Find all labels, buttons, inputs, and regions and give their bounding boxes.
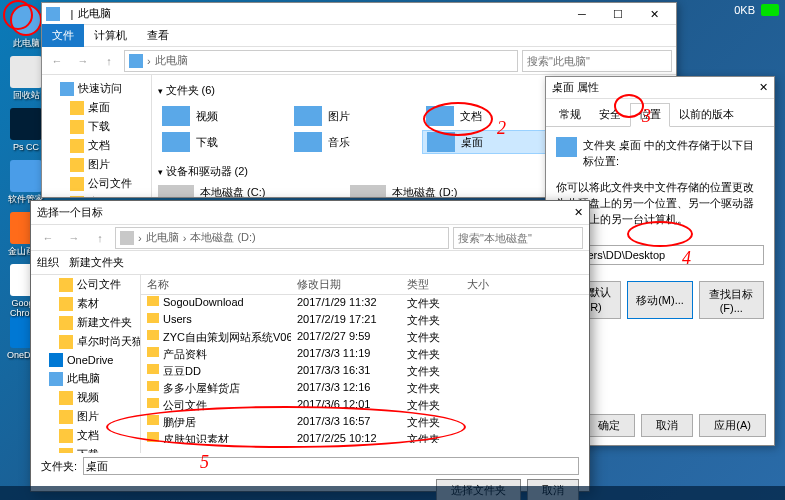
col-name[interactable]: 名称 — [141, 275, 291, 294]
up-button[interactable]: ↑ — [98, 50, 120, 72]
apply-button[interactable]: 应用(A) — [699, 414, 766, 437]
organize-button[interactable]: 组织 — [37, 255, 59, 270]
column-headers[interactable]: 名称 修改日期 类型 大小 — [141, 275, 589, 295]
taskbar[interactable] — [0, 486, 785, 500]
list-item[interactable]: 豆豆DD2017/3/3 16:31文件夹 — [141, 363, 589, 380]
folder-documents[interactable]: 文档 — [422, 104, 552, 128]
filename-input[interactable] — [83, 457, 579, 475]
sidebar-item-pictures[interactable]: 图片 — [31, 407, 140, 426]
back-button[interactable]: ← — [46, 50, 68, 72]
folder-music[interactable]: 音乐 — [290, 130, 420, 154]
back-button[interactable]: ← — [37, 227, 59, 249]
drive-c[interactable]: 本地磁盘 (C:)9.74 GB 可用，共 50.0 GB — [158, 185, 338, 197]
folder-icon — [59, 316, 73, 330]
find-button[interactable]: 查找目标(F)... — [699, 281, 764, 319]
close-button[interactable]: ✕ — [636, 3, 672, 25]
drive-d[interactable]: 本地磁盘 (D:)42.9 GB 可用，共 61.7 GB — [350, 185, 530, 197]
sidebar-item-downloads[interactable]: 下载 — [42, 117, 151, 136]
folder-video[interactable]: 视频 — [158, 104, 288, 128]
col-type[interactable]: 类型 — [401, 275, 461, 294]
list-item[interactable]: ZYC自由策划网站系统V06商业版-Buil...2017/2/27 9:59文… — [141, 329, 589, 346]
list-item[interactable]: 鹏伊居2017/3/3 16:57文件夹 — [141, 414, 589, 431]
search-input[interactable] — [522, 50, 672, 72]
list-item[interactable]: SogouDownload2017/1/29 11:32文件夹 — [141, 295, 589, 312]
drive-icon — [350, 185, 386, 197]
picker-toolbar: 组织 新建文件夹 — [31, 251, 589, 275]
tab-file[interactable]: 文件 — [42, 24, 84, 47]
folder-icon — [147, 330, 159, 340]
move-button[interactable]: 移动(M)... — [627, 281, 692, 319]
col-date[interactable]: 修改日期 — [291, 275, 401, 294]
sidebar-item-company[interactable]: 公司文件 — [31, 275, 140, 294]
sidebar-item-video[interactable]: 视频 — [31, 388, 140, 407]
folder-desktop[interactable]: 桌面 — [422, 130, 552, 154]
sidebar-item-material[interactable]: 素材 — [42, 193, 151, 197]
close-button[interactable]: ✕ — [759, 81, 768, 94]
ribbon: 文件 计算机 查看 — [42, 25, 676, 47]
sidebar-item-desktop[interactable]: 桌面 — [42, 98, 151, 117]
breadcrumb[interactable]: › 此电脑 — [124, 50, 518, 72]
music-icon — [294, 132, 322, 152]
maximize-button[interactable]: ☐ — [600, 3, 636, 25]
tab-computer[interactable]: 计算机 — [84, 24, 137, 47]
picker-filelist: 名称 修改日期 类型 大小 SogouDownload2017/1/29 11:… — [141, 275, 589, 453]
list-item[interactable]: 皮肤知识素材2017/2/25 10:12文件夹 — [141, 431, 589, 443]
tab-location[interactable]: 位置 — [630, 103, 670, 127]
folder-icon — [147, 432, 159, 442]
tab-general[interactable]: 常规 — [550, 103, 590, 126]
sidebar-item-company[interactable]: 公司文件 — [42, 174, 151, 193]
list-item[interactable]: 公司文件2017/3/6 12:01文件夹 — [141, 397, 589, 414]
prop-line1: 文件夹 桌面 中的文件存储于以下目标位置: — [583, 137, 764, 169]
cancel-button[interactable]: 取消 — [641, 414, 693, 437]
close-button[interactable]: ✕ — [574, 206, 583, 219]
sidebar-item-quick[interactable]: 快速访问 — [42, 79, 151, 98]
tab-view[interactable]: 查看 — [137, 24, 179, 47]
folder-icon — [70, 158, 84, 172]
forward-button[interactable]: → — [72, 50, 94, 72]
tab-security[interactable]: 安全 — [590, 103, 630, 126]
picker-title: 选择一个目标 — [37, 205, 574, 220]
sidebar-item-newfolder[interactable]: 新建文件夹 — [31, 313, 140, 332]
pc-icon — [46, 7, 60, 21]
sidebar-item-pictures[interactable]: 图片 — [42, 155, 151, 174]
breadcrumb[interactable]: ›此电脑 ›本地磁盘 (D:) — [115, 227, 449, 249]
col-size[interactable]: 大小 — [461, 275, 521, 294]
video-icon — [162, 106, 190, 126]
sidebar-item-documents[interactable]: 文档 — [31, 426, 140, 445]
folder-icon — [59, 335, 73, 349]
list-item[interactable]: 多多小屋鲜货店2017/3/3 12:16文件夹 — [141, 380, 589, 397]
folder-icon — [59, 297, 73, 311]
pc-icon — [10, 4, 42, 36]
sidebar-item-documents[interactable]: 文档 — [42, 136, 151, 155]
properties-title: 桌面 属性 — [552, 80, 759, 95]
explorer-titlebar[interactable]: | 此电脑 ─ ☐ ✕ — [42, 3, 676, 25]
folder-pictures[interactable]: 图片 — [290, 104, 420, 128]
sidebar-item-downloads[interactable]: 下载 — [31, 445, 140, 453]
folder-picker-dialog: 选择一个目标 ✕ ← → ↑ ›此电脑 ›本地磁盘 (D:) 组织 新建文件夹 … — [30, 200, 590, 492]
sidebar-item-onedrive[interactable]: OneDrive — [31, 351, 140, 369]
ok-button[interactable]: 确定 — [583, 414, 635, 437]
sidebar-item-zhuoer[interactable]: 卓尔时尚天猫店 — [31, 332, 140, 351]
crumb-thispc[interactable]: 此电脑 — [155, 53, 188, 68]
folder-icon — [147, 347, 159, 357]
properties-titlebar[interactable]: 桌面 属性 ✕ — [546, 77, 774, 99]
picker-addressbar: ← → ↑ ›此电脑 ›本地磁盘 (D:) — [31, 225, 589, 251]
separator: | — [66, 8, 78, 20]
folder-downloads[interactable]: 下载 — [158, 130, 288, 154]
window-title: 此电脑 — [78, 6, 564, 21]
forward-button[interactable]: → — [63, 227, 85, 249]
list-item[interactable]: 产品资料2017/3/3 11:19文件夹 — [141, 346, 589, 363]
pc-icon — [49, 372, 63, 386]
list-item[interactable]: Users2017/2/19 17:21文件夹 — [141, 312, 589, 329]
desktop-icon — [556, 137, 577, 157]
new-folder-button[interactable]: 新建文件夹 — [69, 255, 124, 270]
network-icon[interactable] — [761, 4, 779, 16]
sidebar-item-thispc[interactable]: 此电脑 — [31, 369, 140, 388]
minimize-button[interactable]: ─ — [564, 3, 600, 25]
sidebar-item-material[interactable]: 素材 — [31, 294, 140, 313]
search-input[interactable] — [453, 227, 583, 249]
picker-sidebar: 公司文件 素材 新建文件夹 卓尔时尚天猫店 OneDrive 此电脑 视频 图片… — [31, 275, 141, 453]
picker-titlebar[interactable]: 选择一个目标 ✕ — [31, 201, 589, 225]
tab-previous[interactable]: 以前的版本 — [670, 103, 743, 126]
up-button[interactable]: ↑ — [89, 227, 111, 249]
